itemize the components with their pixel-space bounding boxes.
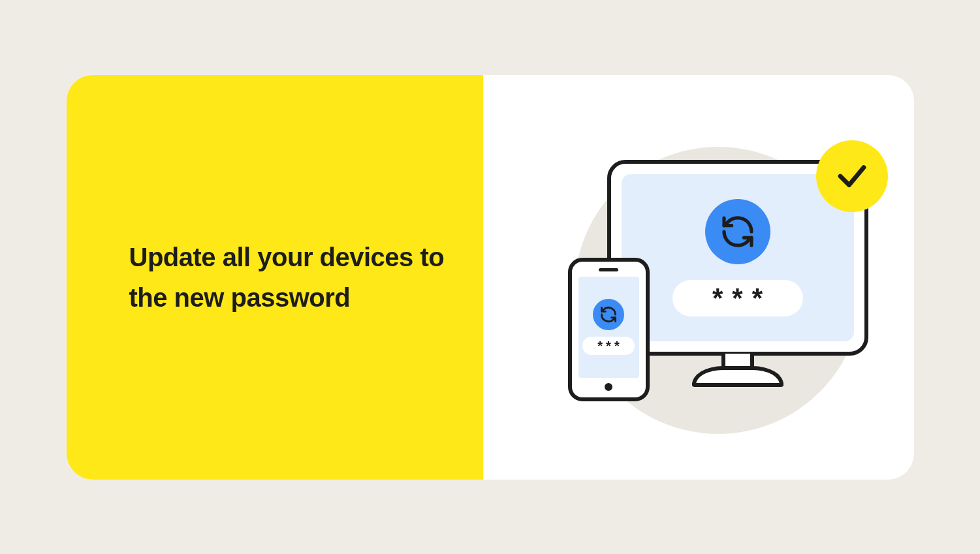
monitor-screen: *** [622, 174, 854, 341]
phone-device: *** [568, 258, 650, 401]
headline-text: Update all your devices to the new passw… [129, 237, 483, 318]
phone-screen: *** [578, 277, 639, 378]
phone-home-button [605, 383, 612, 391]
sync-icon [593, 299, 624, 330]
phone-password-field: *** [582, 337, 635, 355]
sync-icon [705, 199, 770, 264]
monitor-stand [715, 356, 761, 387]
monitor-password-field: *** [672, 280, 803, 316]
illustration-panel: *** [483, 75, 914, 480]
text-panel: Update all your devices to the new passw… [67, 75, 483, 480]
checkmark-icon [834, 159, 870, 194]
info-card: Update all your devices to the new passw… [67, 75, 914, 480]
devices-illustration: *** [516, 127, 881, 427]
phone-speaker [599, 268, 618, 271]
checkmark-badge [816, 140, 888, 212]
